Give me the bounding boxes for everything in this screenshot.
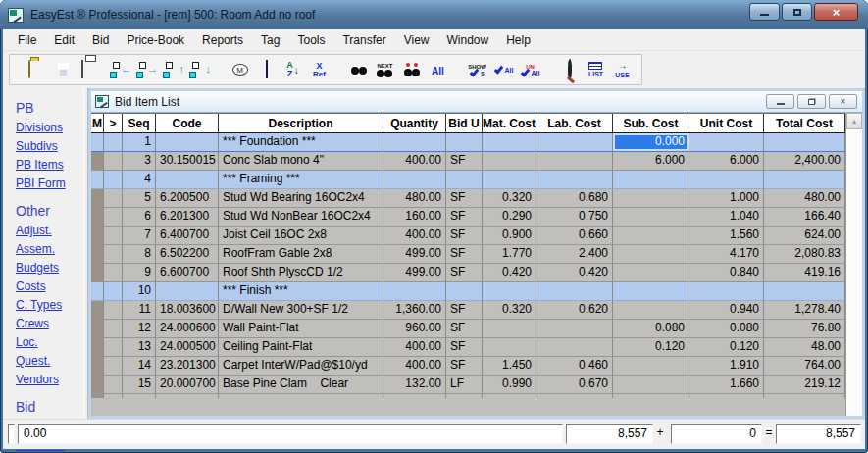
child-minimize-button[interactable] xyxy=(766,94,794,109)
print-button[interactable] xyxy=(69,56,95,83)
cell-pointer[interactable] xyxy=(104,264,123,282)
cell-marker[interactable] xyxy=(91,282,104,301)
cell-unit-cost[interactable]: 1.040 xyxy=(689,208,764,226)
cell-seq[interactable]: 9 xyxy=(123,264,156,282)
vertical-scrollbar[interactable]: ▲ xyxy=(845,113,862,416)
cell-pointer[interactable] xyxy=(104,208,123,226)
cell-quantity[interactable]: 400.00 xyxy=(383,152,446,171)
cell-total-cost[interactable]: 419.16 xyxy=(764,264,845,282)
preview-button[interactable] xyxy=(556,56,583,83)
scrollbar-track[interactable] xyxy=(846,129,862,416)
menu-edit[interactable]: Edit xyxy=(45,31,83,49)
cell-unit-cost[interactable]: 0.120 xyxy=(689,338,764,357)
cell-code[interactable]: 6.600700 xyxy=(156,264,219,282)
cell-marker[interactable] xyxy=(91,376,104,394)
cell-lab-cost[interactable] xyxy=(536,152,613,171)
cell-seq[interactable]: 13 xyxy=(123,338,156,357)
cell-seq[interactable]: 5 xyxy=(123,189,156,208)
cell-description[interactable]: Ceiling Paint-Flat xyxy=(219,338,383,357)
cell-sub-cost[interactable] xyxy=(613,376,689,394)
cell-mat-cost[interactable] xyxy=(483,338,536,357)
find-next-button[interactable]: NEXT xyxy=(372,56,398,83)
uncheck-all-button[interactable]: UNAll xyxy=(517,56,543,83)
cell-description[interactable]: Stud Wd NonBear 16OC2x4 xyxy=(219,208,383,226)
cell-mat-cost[interactable]: 0.990 xyxy=(483,376,536,394)
cell-code[interactable] xyxy=(156,133,219,152)
cell-description[interactable]: Stud Wd Bearing 16OC2x4 xyxy=(219,189,383,208)
cell-total-cost[interactable]: 764.00 xyxy=(764,357,845,376)
cell-seq[interactable]: 12 xyxy=(123,320,156,338)
cell-sub-cost[interactable] xyxy=(613,301,689,320)
title-bar[interactable]: EasyEst ® Professional - [rem] 500: Room… xyxy=(0,0,868,29)
cell-quantity[interactable]: 400.00 xyxy=(383,338,446,357)
cell-unit-cost[interactable]: 0.080 xyxy=(689,320,764,338)
save-button[interactable] xyxy=(42,56,69,83)
cell-lab-cost[interactable] xyxy=(536,133,613,152)
sort-az-button[interactable]: AZ↓ xyxy=(280,56,306,83)
cell-pointer[interactable] xyxy=(104,357,123,376)
child-close-button[interactable]: × xyxy=(829,94,857,109)
cell-total-cost[interactable]: 219.12 xyxy=(764,376,845,394)
cell-lab-cost[interactable] xyxy=(536,171,613,189)
cell-quantity[interactable]: 1,360.00 xyxy=(383,301,446,320)
cell-code[interactable] xyxy=(156,171,219,189)
cell-total-cost[interactable] xyxy=(764,133,845,152)
move-item-up-button[interactable]: ↑ xyxy=(161,56,187,83)
cell-seq[interactable]: 4 xyxy=(123,171,156,189)
cell-total-cost[interactable]: 2,400.00 xyxy=(764,152,845,171)
cell-bid-unit[interactable]: SF xyxy=(446,264,483,282)
cell-mat-cost[interactable]: 0.900 xyxy=(483,226,536,245)
cell-seq[interactable]: 7 xyxy=(123,226,156,245)
show-all-button[interactable]: All xyxy=(425,56,451,83)
cell-code[interactable]: 6.200500 xyxy=(156,189,219,208)
cell-code[interactable]: 20.000700 xyxy=(156,376,219,394)
cell-lab-cost[interactable]: 0.420 xyxy=(536,264,613,282)
cell-marker[interactable] xyxy=(91,338,104,357)
cell-unit-cost[interactable]: 1.560 xyxy=(689,226,764,245)
cell-lab-cost[interactable] xyxy=(536,338,613,357)
show-checks-button[interactable]: SHOWs xyxy=(464,56,490,83)
cell-quantity[interactable]: 400.00 xyxy=(383,357,446,376)
cell-description[interactable]: Roof Shth PlyscCD 1/2 xyxy=(219,264,383,282)
cell-description[interactable]: D/Wall New 300+SF 1/2 xyxy=(219,301,383,320)
menu-view[interactable]: View xyxy=(395,31,438,49)
cell-marker[interactable] xyxy=(91,226,104,245)
cell-total-cost[interactable]: 76.80 xyxy=(764,320,845,338)
cell-bid-unit[interactable]: SF xyxy=(446,226,483,245)
cell-bid-unit[interactable] xyxy=(446,133,483,152)
maximize-button[interactable] xyxy=(782,3,812,21)
cell-bid-unit[interactable]: SF xyxy=(446,152,483,171)
cell-pointer[interactable] xyxy=(104,320,123,338)
cell-bid-unit[interactable]: SF xyxy=(446,338,483,357)
cell-seq[interactable]: 1 xyxy=(123,133,156,152)
menu-price-book[interactable]: Price-Book xyxy=(118,31,193,49)
calculator-button[interactable] xyxy=(253,56,280,83)
cell-pointer[interactable] xyxy=(104,338,123,357)
cell-description[interactable]: Carpet InterW/Pad@$10/yd xyxy=(219,357,383,376)
cell-mat-cost[interactable] xyxy=(483,133,536,152)
cell-marker[interactable] xyxy=(91,171,104,189)
cell-seq[interactable]: 10 xyxy=(123,282,156,301)
list-button[interactable]: LIST xyxy=(583,56,609,83)
cell-mat-cost[interactable]: 1.770 xyxy=(483,245,536,264)
memo-button[interactable]: M xyxy=(227,56,253,83)
cell-code[interactable]: 23.201300 xyxy=(156,357,219,376)
cell-lab-cost[interactable] xyxy=(536,320,613,338)
cell-code[interactable] xyxy=(156,282,219,301)
cell-unit-cost[interactable] xyxy=(689,171,764,189)
cell-total-cost[interactable]: 166.40 xyxy=(764,208,845,226)
sidebar-item-c-types[interactable]: C. Types xyxy=(16,298,83,312)
cell-code[interactable]: 6.201300 xyxy=(156,208,219,226)
bid-item-list-title-bar[interactable]: Bid Item List × xyxy=(91,91,862,113)
cell-pointer[interactable] xyxy=(104,245,123,264)
cell-sub-cost[interactable] xyxy=(613,226,689,245)
cell-lab-cost[interactable]: 0.620 xyxy=(536,301,613,320)
menu-bid[interactable]: Bid xyxy=(83,31,118,49)
menu-tools[interactable]: Tools xyxy=(288,31,333,49)
cell-marker[interactable] xyxy=(91,357,104,376)
cell-quantity[interactable] xyxy=(383,133,446,152)
cell-unit-cost[interactable]: 0.840 xyxy=(689,264,764,282)
cell-mat-cost[interactable]: 0.320 xyxy=(483,189,536,208)
close-button[interactable]: × xyxy=(814,3,858,21)
sidebar-item-quest[interactable]: Quest. xyxy=(16,354,83,368)
